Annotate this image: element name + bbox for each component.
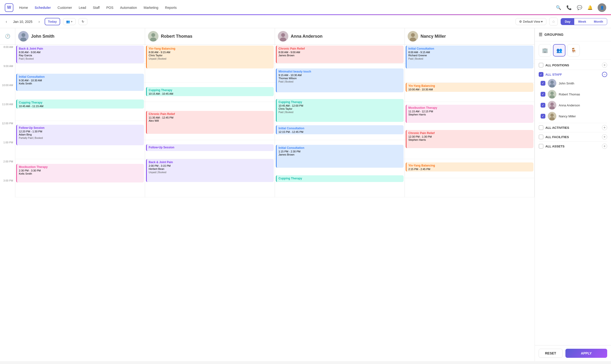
user-avatar[interactable]: 👤 (598, 3, 606, 12)
appt-chronic-nancy[interactable]: Chronic Pain Relief 12:30 PM - 1:30 PM S… (406, 130, 533, 148)
nav-pos[interactable]: POS (106, 6, 113, 10)
add-staff-button[interactable]: 👥 + (63, 18, 76, 25)
staff-name-nancy: Nancy Miller (421, 34, 446, 39)
remove-staff-button[interactable]: − (602, 72, 607, 77)
staff-col-john: Back & Joint Pain 8:00 AM - 9:00 AM Ray … (15, 45, 145, 197)
all-positions-checkbox[interactable] (539, 63, 544, 67)
appt-followup-robert[interactable]: Follow-Up Session (146, 144, 274, 151)
all-positions-label: ALL POSITIONS (545, 64, 569, 67)
staff-avatar-john (18, 31, 29, 41)
appt-followup-john[interactable]: Follow-Up Session 12:20 PM - 1:30 PM Ada… (16, 125, 144, 145)
logo[interactable]: W (5, 3, 13, 12)
john-filter-name: John Smith (559, 82, 574, 85)
filter-button[interactable]: ⚙ Default View ▾ (516, 18, 546, 25)
all-facilities-checkbox[interactable] (539, 134, 544, 139)
toolbar: ‹ Jan 10, 2025 › Today 👥 + ↻ ⚙ Default V… (0, 15, 611, 28)
time-8am: 8:00 AM (0, 45, 15, 64)
time-1pm: 1:00 PM (0, 140, 15, 159)
nav-staff[interactable]: Staff (93, 6, 100, 10)
staff-col-robert: Yin-Yang Balancing 8:00 AM - 9:15 AM Chr… (145, 45, 275, 197)
grouping-icon: ☰ (539, 32, 543, 37)
all-activities-checkbox[interactable] (539, 125, 544, 130)
nancy-checkbox[interactable]: ✓ (541, 114, 545, 118)
nav-home[interactable]: Home (19, 6, 28, 10)
appt-yinyang-nancy[interactable]: Yin-Yang Balancing 10:00 AM - 10:30 AM (406, 83, 533, 92)
search-icon[interactable]: 🔍 (556, 5, 561, 11)
appt-initial-nancy[interactable]: Initial Consultation 8:00 AM - 9:15 AM R… (406, 46, 533, 68)
all-facilities-label: ALL FACILITIES (545, 135, 569, 139)
prev-date-button[interactable]: ‹ (4, 19, 9, 25)
staff-filter-robert: ✓ Robert Thomas (541, 90, 607, 99)
time-gutter-header: 🕐 (0, 28, 15, 44)
staff-col-anna: Chronic Pain Relief 8:00 AM - 9:00 AM Ja… (275, 45, 405, 197)
staff-header-nancy: Nancy Miller (405, 28, 535, 44)
svg-point-1 (22, 33, 25, 37)
appt-cupping-robert[interactable]: Cupping Therapy 10:15 AM - 10:45 AM (146, 87, 274, 96)
appt-back-joint-john[interactable]: Back & Joint Pain 8:00 AM - 9:00 AM Ray … (16, 46, 144, 63)
staff-filter-john: ✓ John Smith (541, 79, 607, 88)
month-view-button[interactable]: Month (590, 18, 607, 25)
appt-yinyang-robert[interactable]: Yin-Yang Balancing 8:00 AM - 9:15 AM Chr… (146, 46, 274, 68)
nav-scheduler[interactable]: Scheduler (35, 6, 51, 10)
all-facilities-row: ALL FACILITIES + (539, 134, 607, 140)
all-assets-checkbox[interactable] (539, 144, 544, 149)
appt-initial-anna2[interactable]: Initial Consultation 1:15 PM - 2:30 PM J… (276, 145, 404, 168)
sidebar: ☰ GROUPING 🏢 👥 🪑 ALL POSITIONS + ✓ (535, 28, 611, 361)
calendar: 🕐 John Smith Robert Thomas Anna Anderson (0, 28, 535, 361)
main-content: 🕐 John Smith Robert Thomas Anna Anderson (0, 28, 611, 361)
appt-chronic-robert[interactable]: Chronic Pain Relief 11:30 AM - 12:45 PM … (146, 111, 274, 134)
time-10am: 10:00 AM (0, 83, 15, 102)
appt-initial-john[interactable]: Initial Consultation 9:30 AM - 10:30 AM … (16, 74, 144, 91)
appt-chronic-anna[interactable]: Chronic Pain Relief 8:00 AM - 9:00 AM Ja… (276, 46, 404, 63)
nav-automation[interactable]: Automation (120, 6, 137, 10)
appt-moxibustion-nancy[interactable]: Moxibustion Therapy 11:15 AM - 12:15 PM … (406, 105, 533, 123)
john-checkbox[interactable]: ✓ (541, 81, 545, 86)
star-button[interactable]: ☆ (549, 18, 558, 26)
reset-button[interactable]: RESET (539, 349, 563, 358)
apply-button[interactable]: APPLY (565, 349, 607, 358)
appt-yinyang-nancy2[interactable]: Yin-Yang Balancing 2:15 PM - 2:45 PM (406, 162, 533, 171)
appt-initial-anna1[interactable]: Initial Consultation 12:15 PM - 12:45 PM (276, 125, 404, 134)
staff-name-robert: Robert Thomas (161, 34, 192, 39)
svg-point-22 (550, 114, 554, 117)
refresh-button[interactable]: ↻ (79, 18, 87, 25)
building-group-btn[interactable]: 🏢 (539, 44, 551, 56)
nav-reports[interactable]: Reports (165, 6, 177, 10)
svg-point-10 (411, 33, 415, 37)
phone-icon[interactable]: 📞 (566, 5, 572, 11)
whatsapp-icon[interactable]: 💬 (577, 5, 582, 11)
staff-header-robert: Robert Thomas (145, 28, 275, 44)
day-view-button[interactable]: Day (561, 18, 574, 25)
staff-avatar-nancy (408, 31, 418, 41)
nav-lead[interactable]: Lead (79, 6, 86, 10)
staff-col-nancy: Initial Consultation 8:00 AM - 9:15 AM R… (405, 45, 535, 197)
anna-filter-name: Anna Anderson (559, 104, 580, 107)
assets-group-btn[interactable]: 🪑 (567, 44, 580, 56)
next-date-button[interactable]: › (37, 19, 41, 25)
appt-cupping-anna[interactable]: Cupping Therapy 10:45 AM - 12:00 PM Chri… (276, 99, 404, 122)
add-activities-button[interactable]: + (602, 125, 607, 130)
time-3pm: 3:00 PM (0, 178, 15, 197)
all-staff-checkbox[interactable]: ✓ (539, 72, 544, 77)
appt-cupping-john[interactable]: Cupping Therapy 10:45 AM - 11:15 AM (16, 100, 144, 108)
robert-filter-name: Robert Thomas (559, 92, 580, 96)
anna-checkbox[interactable]: ✓ (541, 103, 545, 108)
time-2pm: 2:00 PM (0, 159, 15, 178)
nav-marketing[interactable]: Marketing (144, 6, 158, 10)
appt-cupping-anna2[interactable]: Cupping Therapy (276, 175, 404, 182)
divider-2 (539, 123, 607, 123)
week-view-button[interactable]: Week (574, 18, 590, 25)
robert-checkbox[interactable]: ✓ (541, 92, 545, 97)
appt-minimalist-anna[interactable]: Minimalist beauty touch 9:15 AM - 10:30 … (276, 68, 404, 92)
staff-group-btn[interactable]: 👥 (553, 44, 565, 56)
notification-icon[interactable]: 🔔 (587, 5, 593, 11)
nav-customer[interactable]: Customer (57, 6, 72, 10)
today-button[interactable]: Today (45, 18, 60, 25)
appt-moxibustion-john[interactable]: Moxibustion Therapy 2:30 PM - 3:30 PM Ke… (16, 164, 144, 182)
appt-back-joint-robert[interactable]: Back & Joint Pain 2:00 PM - 3:15 PM Herb… (146, 159, 274, 182)
add-facilities-button[interactable]: + (602, 134, 607, 140)
add-positions-button[interactable]: + (602, 63, 607, 68)
add-assets-button[interactable]: + (602, 143, 607, 149)
all-assets-row: ALL ASSETS + (539, 143, 607, 149)
svg-point-19 (550, 103, 554, 106)
